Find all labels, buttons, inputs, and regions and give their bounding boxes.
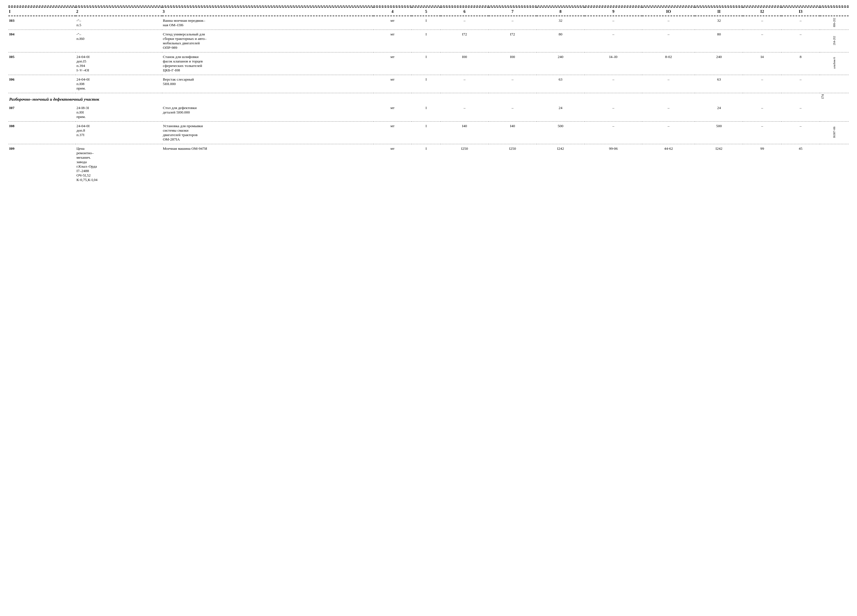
cell-col13: –: [781, 75, 820, 93]
cell-col6: –: [441, 16, 489, 30]
header-col6: 6: [441, 7, 489, 16]
table-row: I0724-I8-3I п.I0I прим.Стол для дефектов…: [8, 103, 849, 122]
header-col10: IO: [642, 7, 695, 16]
table-row: Разборочно–моечный и дефектовочный участ…: [8, 93, 849, 103]
cell-col8: 32: [537, 16, 585, 30]
top-dashes: [8, 6, 849, 6]
cell-col3: Станок для шлифовки фасок клапанов и тор…: [162, 52, 373, 75]
cell-col10: 44-62: [642, 144, 695, 184]
cell-col13: –: [781, 16, 820, 30]
cell-col2: -"– п.5: [76, 16, 162, 30]
cell-col6: I00: [441, 52, 489, 75]
cell-col1: I07: [8, 103, 76, 122]
cell-col1: I08: [8, 122, 76, 144]
cell-col9: –: [585, 122, 642, 144]
cell-col12: 99: [743, 144, 781, 184]
cell-col5: I: [411, 122, 440, 144]
header-col11: II: [695, 7, 743, 16]
section-label: Разборочно–моечный и дефектовочный участ…: [8, 93, 820, 103]
cell-col3: Стенд универсальный для сборки тракторны…: [162, 30, 373, 52]
cell-col11: 32: [695, 16, 743, 30]
cell-col11: 63: [695, 75, 743, 93]
cell-col12: –: [743, 122, 781, 144]
side-note: I74: [820, 93, 849, 103]
cell-col7: I40: [489, 122, 537, 144]
cell-col11: 500: [695, 122, 743, 144]
cell-col2: 24-I8-3I п.I0I прим.: [76, 103, 162, 122]
cell-col3: Установка для промывки системы смазки дв…: [162, 122, 373, 144]
cell-col11: I242: [695, 144, 743, 184]
cell-col13: 8: [781, 52, 820, 75]
cell-col10: 8-02: [642, 52, 695, 75]
table-row: I03-"– п.5Ванна моечная передвиж– ная OM…: [8, 16, 849, 30]
cell-col12: –: [743, 103, 781, 122]
cell-col4: мт: [373, 144, 412, 184]
cell-col11: 24: [695, 103, 743, 122]
cell-col2: Цена ремонтно– механич. завода г.Кзыл–Ор…: [76, 144, 162, 184]
header-col2: 2: [76, 7, 162, 16]
cell-col5: I: [411, 144, 440, 184]
header-col5: 5: [411, 7, 440, 16]
cell-col5: I: [411, 16, 440, 30]
cell-col5: I: [411, 75, 440, 93]
table-row: I0824-04-0I доп.8 п.37IУстановка для про…: [8, 122, 849, 144]
cell-col5: I: [411, 103, 440, 122]
cell-col7: I00: [489, 52, 537, 75]
header-col9: 9: [585, 7, 642, 16]
cell-col8: 240: [537, 52, 585, 75]
cell-col8: 80: [537, 30, 585, 52]
cell-col5: I: [411, 30, 440, 52]
cell-col1: I09: [8, 144, 76, 184]
cell-col13: –: [781, 30, 820, 52]
cell-col12: –: [743, 75, 781, 93]
table-row: I0624-04-0I п.I08 прим.Верстак слесарный…: [8, 75, 849, 93]
table-header: I 2 3 4 5 6 7 8 9 IO II I2 I3: [8, 7, 849, 16]
cell-col10: –: [642, 30, 695, 52]
cell-col3: Верстак слесарный 5I0I.000: [162, 75, 373, 93]
cell-col7: –: [489, 16, 537, 30]
cell-col6: –: [441, 75, 489, 93]
cell-col3: Стол для дефектовки деталей 5I00.000: [162, 103, 373, 122]
cell-col12: I4: [743, 52, 781, 75]
cell-col2: -"– п.I60: [76, 30, 162, 52]
cell-col10: –: [642, 16, 695, 30]
cell-col9: –: [585, 103, 642, 122]
cell-col7: –: [489, 103, 537, 122]
cell-col3: Ванна моечная передвиж– ная OM–I3I6: [162, 16, 373, 30]
table-row: I09Цена ремонтно– механич. завода г.Кзыл…: [8, 144, 849, 184]
table-row: I04-"– п.I60Стенд универсальный для сбор…: [8, 30, 849, 52]
cell-col4: мт: [373, 103, 412, 122]
header-col4: 4: [373, 7, 412, 16]
side-note: альбом 6: [820, 52, 849, 75]
header-col13: I3: [781, 7, 820, 16]
header-col3: 3: [162, 7, 373, 16]
cell-col4: мт: [373, 75, 412, 93]
cell-col5: I: [411, 52, 440, 75]
cell-col4: мт: [373, 16, 412, 30]
cell-col8: 24: [537, 103, 585, 122]
side-note: 8I6-2I2: [820, 16, 849, 30]
header-col12: I2: [743, 7, 781, 16]
cell-col13: 45: [781, 144, 820, 184]
cell-col11: 80: [695, 30, 743, 52]
cell-col2: 24-04-0I доп.I5 п.394 I–V–43I: [76, 52, 162, 75]
cell-col7: I72: [489, 30, 537, 52]
header-col8: 8: [537, 7, 585, 16]
side-note: [820, 75, 849, 93]
cell-col6: –: [441, 103, 489, 122]
cell-col8: 63: [537, 75, 585, 93]
cell-col4: мт: [373, 122, 412, 144]
cell-col1: I04: [8, 30, 76, 52]
side-note: 2I4-2I2: [820, 30, 849, 52]
cell-col7: I250: [489, 144, 537, 184]
cell-col9: –: [585, 30, 642, 52]
cell-col6: I40: [441, 122, 489, 144]
cell-col10: –: [642, 122, 695, 144]
cell-col12: –: [743, 16, 781, 30]
cell-col9: –: [585, 75, 642, 93]
cell-col6: I250: [441, 144, 489, 184]
cell-col1: I05: [8, 52, 76, 75]
cell-col7: –: [489, 75, 537, 93]
side-note: [820, 144, 849, 184]
cell-col8: I242: [537, 144, 585, 184]
